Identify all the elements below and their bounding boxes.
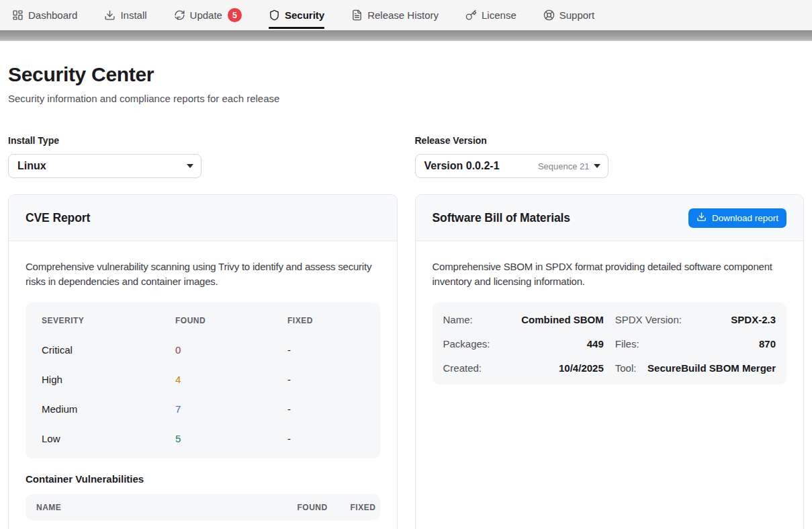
- install-type-value: Linux: [17, 160, 46, 172]
- nav-item-install[interactable]: Install: [104, 0, 146, 30]
- sbom-description: Comprehensive SBOM in SPDX format provid…: [433, 259, 787, 288]
- sbom-field-files: Files:870: [615, 331, 776, 356]
- severity-row-medium: Medium7-: [26, 395, 380, 424]
- column-header-name: NAME: [36, 503, 298, 512]
- license-icon: [465, 9, 477, 21]
- sbom-field-value: Combined SBOM: [521, 314, 604, 325]
- nav-item-support[interactable]: Support: [543, 0, 595, 30]
- sbom-field-value: 870: [759, 338, 776, 350]
- release-history-icon: [351, 9, 363, 21]
- sbom-field-label: Created:: [443, 362, 482, 374]
- cve-report-title: CVE Report: [26, 211, 90, 225]
- sbom-field-value: 449: [587, 338, 604, 350]
- fixed-count: -: [287, 395, 380, 424]
- nav-item-label: Release History: [367, 9, 439, 21]
- main-content: Security Center Security information and…: [0, 63, 812, 529]
- nav-item-label: Update: [190, 9, 222, 21]
- found-count: 7: [175, 395, 287, 424]
- release-version-select[interactable]: Version 0.0.2-1 Sequence 21: [415, 154, 608, 178]
- install-type-select[interactable]: Linux: [8, 154, 201, 178]
- security-icon: [269, 9, 280, 21]
- sbom-field-label: Packages:: [443, 338, 490, 350]
- container-vulns-title: Container Vulnerabilities: [26, 473, 380, 485]
- found-count: 4: [175, 365, 287, 395]
- sbom-field-label: Name:: [443, 314, 473, 325]
- sbom-field-name: Name:Combined SBOM: [443, 307, 604, 331]
- nav-item-label: License: [482, 9, 516, 21]
- release-version-value: Version 0.0.2-1: [424, 160, 500, 172]
- severity-row-critical: Critical0-: [26, 335, 380, 365]
- sbom-field-label: Files:: [615, 338, 639, 350]
- column-header-found: FOUND: [175, 307, 287, 335]
- cve-report-header: CVE Report: [9, 195, 397, 241]
- sbom-field-value: SecureBuild SBOM Merger: [647, 362, 776, 374]
- sbom-title: Software Bill of Materials: [433, 211, 571, 225]
- download-report-button[interactable]: Download report: [688, 208, 786, 228]
- nav-item-license[interactable]: License: [465, 0, 516, 30]
- release-version-label: Release Version: [415, 135, 805, 146]
- column-header-severity: SEVERITY: [26, 307, 175, 335]
- sbom-field-spdxversion: SPDX Version:SPDX-2.3: [615, 307, 776, 331]
- cve-report-description: Comprehensive vulnerability scanning usi…: [26, 259, 380, 288]
- column-header-found: FOUND: [298, 503, 351, 512]
- sbom-field-packages: Packages:449: [443, 331, 604, 356]
- sbom-field-value: 10/4/2025: [559, 362, 604, 374]
- top-nav: DashboardInstallUpdate5SecurityRelease H…: [0, 0, 812, 30]
- nav-item-label: Dashboard: [28, 9, 77, 21]
- severity-row-low: Low5-: [26, 424, 380, 454]
- nav-item-label: Install: [120, 9, 146, 21]
- page-subtitle: Security information and compliance repo…: [8, 93, 804, 104]
- sbom-header: Software Bill of Materials Download repo…: [416, 195, 804, 241]
- sbom-field-tool: Tool:SecureBuild SBOM Merger: [615, 356, 776, 380]
- column-header-fixed: FIXED: [287, 307, 380, 335]
- fixed-count: -: [287, 365, 380, 395]
- fixed-count: -: [287, 335, 380, 365]
- sbom-field-label: Tool:: [615, 362, 637, 374]
- severity-label: Low: [26, 424, 175, 454]
- severity-table: SEVERITYFOUNDFIXED Critical0-High4-Mediu…: [26, 302, 380, 458]
- update-icon: [174, 9, 185, 21]
- dashboard-icon: [12, 9, 24, 21]
- nav-item-label: Support: [559, 9, 595, 21]
- found-count: 0: [175, 335, 287, 365]
- severity-label: Critical: [26, 335, 175, 365]
- support-icon: [543, 9, 555, 21]
- severity-label: High: [26, 365, 175, 395]
- nav-item-label: Security: [285, 9, 324, 21]
- cards-row: CVE Report Comprehensive vulnerability s…: [8, 194, 804, 529]
- release-version-control: Release Version Version 0.0.2-1 Sequence…: [415, 135, 805, 178]
- column-header-fixed: FIXED: [351, 503, 376, 512]
- found-count: 5: [175, 424, 287, 454]
- download-icon: [696, 212, 707, 224]
- release-version-sequence: Sequence 21: [538, 161, 590, 171]
- install-icon: [104, 9, 116, 21]
- sbom-info-panel: Name:Combined SBOMSPDX Version:SPDX-2.3P…: [433, 302, 787, 384]
- severity-label: Medium: [26, 395, 175, 424]
- sbom-field-label: SPDX Version:: [615, 314, 682, 325]
- sbom-field-created: Created:10/4/2025: [443, 356, 604, 380]
- update-count-badge: 5: [228, 8, 242, 22]
- install-type-control: Install Type Linux: [8, 135, 398, 178]
- caret-down-icon: [187, 164, 193, 168]
- nav-item-update[interactable]: Update5: [174, 0, 242, 30]
- header-divider-strip: [0, 30, 812, 41]
- cve-report-card: CVE Report Comprehensive vulnerability s…: [8, 194, 398, 529]
- caret-down-icon: [594, 164, 600, 168]
- download-report-label: Download report: [712, 213, 778, 223]
- install-type-label: Install Type: [8, 135, 398, 146]
- page-title: Security Center: [8, 63, 804, 86]
- severity-row-high: High4-: [26, 365, 380, 395]
- sbom-field-value: SPDX-2.3: [731, 314, 776, 325]
- filters-row: Install Type Linux Release Version Versi…: [8, 135, 804, 178]
- nav-item-dashboard[interactable]: Dashboard: [12, 0, 77, 30]
- nav-item-security[interactable]: Security: [269, 0, 324, 30]
- sbom-card: Software Bill of Materials Download repo…: [415, 194, 805, 529]
- fixed-count: -: [287, 424, 380, 454]
- nav-item-release-history[interactable]: Release History: [351, 0, 439, 30]
- container-vulns-table-header: NAME FOUND FIXED: [26, 494, 380, 520]
